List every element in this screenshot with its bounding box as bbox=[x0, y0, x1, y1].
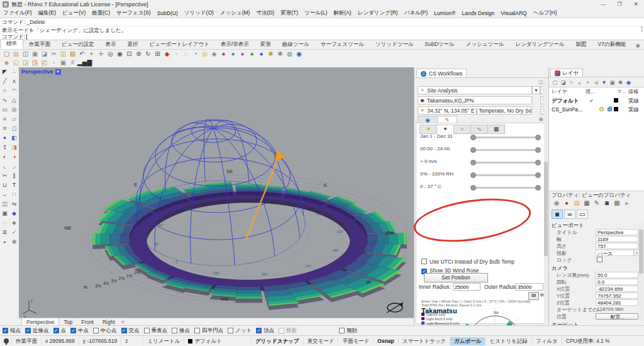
select-icon[interactable]: ◤ bbox=[0, 67, 9, 77]
save-file-icon[interactable]: ◫ bbox=[21, 50, 30, 58]
toolbar-tab[interactable]: 表示 bbox=[100, 40, 122, 49]
osnap-checkbox[interactable]: ✓ bbox=[70, 328, 76, 333]
folder-icon[interactable]: ▤ bbox=[572, 199, 582, 206]
osnap-checkbox[interactable]: ✓ bbox=[121, 328, 127, 333]
shaded-mode-icon[interactable]: ● bbox=[219, 50, 228, 58]
subtab-psychrometric[interactable]: ≈ bbox=[453, 125, 471, 134]
shade-tool-icon[interactable]: ◒ bbox=[0, 237, 9, 247]
block-icon[interactable]: ◆ bbox=[9, 209, 19, 218]
status-[interactable]: 平面モード bbox=[338, 337, 373, 345]
microphone-icon[interactable] bbox=[4, 338, 9, 343]
new-layer-icon[interactable]: ▢ bbox=[551, 79, 559, 86]
toolbar-tab[interactable]: 製図 bbox=[570, 40, 592, 49]
dimension-icon[interactable]: ↔ bbox=[0, 190, 9, 199]
texture-icon[interactable]: ▩ bbox=[612, 199, 622, 206]
collapse-icon[interactable]: ◀ bbox=[592, 79, 600, 86]
utci-checkbox[interactable] bbox=[421, 259, 427, 264]
lock-icon[interactable] bbox=[608, 108, 612, 111]
viewport-props-button[interactable]: ◙ bbox=[552, 209, 563, 219]
check-icon[interactable]: ✓ bbox=[9, 228, 19, 237]
open-file-icon[interactable]: ▤ bbox=[11, 50, 21, 58]
close-button[interactable]: ✕ bbox=[628, 0, 644, 9]
viewport-layout-icon[interactable]: ⊞ bbox=[153, 50, 162, 58]
property-value[interactable]: 79757.352 bbox=[596, 293, 638, 299]
slider-handle[interactable] bbox=[535, 147, 541, 153]
join-icon[interactable]: ⊔ bbox=[0, 181, 9, 190]
slider-handle[interactable] bbox=[535, 172, 541, 178]
xray-mode-icon[interactable]: ● bbox=[247, 50, 257, 58]
light-bulb-icon[interactable]: ◍ bbox=[200, 50, 209, 58]
property-value[interactable]: 0.0 bbox=[596, 279, 638, 285]
viewport[interactable]: NNEESESSWWNW0%1%2%3%4%5%0°30°60°90°120°1… bbox=[19, 67, 414, 318]
menu-item[interactable]: ソリッド(O) bbox=[181, 9, 217, 17]
menu-item[interactable]: 寸法(D) bbox=[253, 9, 277, 17]
viewport-canvas[interactable]: NNEESESSWWNW0%1%2%3%4%5%0°30°60°90°120°1… bbox=[19, 67, 414, 318]
control-points-icon[interactable]: ∴ bbox=[9, 67, 19, 77]
osnap-checked[interactable]: ✓中点 bbox=[70, 327, 89, 335]
zoom-extents-icon[interactable]: ⊕ bbox=[134, 50, 143, 58]
toolbar-tab[interactable]: V7の新機能 bbox=[592, 40, 632, 49]
detach-panel-icon[interactable]: ◫ bbox=[538, 79, 543, 85]
osnap-checkbox[interactable]: ✓ bbox=[25, 328, 31, 333]
property-value[interactable]: 1169 bbox=[596, 236, 638, 242]
command-scroll[interactable]: ▴▾ bbox=[641, 25, 643, 33]
scroll-right-icon[interactable]: ▸ bbox=[622, 199, 632, 206]
gumball-tool-icon[interactable]: ⊕ bbox=[9, 237, 19, 247]
panel-gear-icon[interactable]: ✱ bbox=[538, 116, 543, 123]
boolean-union-icon[interactable]: ◐ bbox=[0, 152, 9, 162]
osnap-checkbox[interactable] bbox=[279, 328, 284, 333]
cs-person-icon[interactable]: ☻ bbox=[2, 59, 11, 67]
property-value[interactable]: -82234.659 bbox=[596, 286, 638, 292]
polygon-icon[interactable]: △ bbox=[9, 96, 19, 105]
toolbar-tab[interactable]: ソリッドツール bbox=[370, 40, 419, 49]
osnap-checkbox[interactable] bbox=[228, 328, 233, 333]
status-[interactable]: フィルタ bbox=[531, 337, 562, 345]
slider-track[interactable] bbox=[472, 137, 540, 138]
status-cpu41[interactable]: CPU使用率: 4.1 % bbox=[562, 337, 614, 345]
move-icon[interactable]: ✛ bbox=[96, 50, 106, 58]
slider-handle[interactable] bbox=[535, 160, 541, 165]
toolbar-tab[interactable]: SubDツール bbox=[419, 40, 460, 49]
link-button[interactable]: ∞ bbox=[564, 209, 575, 219]
rectangle-icon[interactable]: ▭ bbox=[0, 105, 9, 114]
toolbar-tab[interactable]: 変形 bbox=[255, 40, 277, 49]
material-icon[interactable]: ● bbox=[562, 199, 572, 206]
osnap-checkbox[interactable] bbox=[93, 328, 99, 333]
raytrace-mode-icon[interactable]: ● bbox=[257, 50, 266, 58]
loft-icon[interactable]: ≋ bbox=[0, 124, 9, 133]
cs-export-icon[interactable]: ▫ bbox=[49, 59, 58, 67]
cs-wind-cube-icon[interactable]: ◲ bbox=[21, 59, 30, 67]
box-icon[interactable]: ◻ bbox=[9, 124, 19, 133]
osnap-item[interactable]: ノット bbox=[228, 327, 252, 335]
menu-item[interactable]: 編集(E) bbox=[35, 9, 59, 17]
osnap-checkbox[interactable] bbox=[194, 328, 200, 333]
object-props-icon[interactable]: ◉ bbox=[552, 199, 562, 206]
toolbar-tab[interactable]: メッシュツール bbox=[460, 40, 510, 49]
menu-item[interactable]: 変形(T) bbox=[277, 9, 301, 17]
lock-checkbox[interactable] bbox=[597, 257, 602, 262]
status-[interactable]: デフォルト bbox=[184, 337, 226, 345]
status-[interactable]: ガムボール bbox=[450, 337, 485, 345]
copy-icon[interactable]: ◫ bbox=[0, 199, 9, 209]
osnap-item[interactable]: 接点 bbox=[172, 327, 190, 335]
status-[interactable]: 直交モード bbox=[303, 337, 338, 345]
menu-item[interactable]: メッシュ(M) bbox=[217, 9, 253, 17]
menu-item[interactable]: ファイル(F) bbox=[0, 9, 35, 17]
match-layer-icon[interactable]: ▣ bbox=[608, 79, 616, 86]
climate-field[interactable]: ☀ 34.32° N, 134.05° E | Temperate, No Dr… bbox=[418, 106, 532, 114]
slider-track[interactable] bbox=[472, 187, 540, 189]
osnap-checkbox[interactable] bbox=[144, 328, 150, 333]
cs-view-cube-icon[interactable]: ◰ bbox=[40, 59, 49, 67]
undo-icon[interactable]: ↶ bbox=[77, 50, 87, 58]
page-setup-icon[interactable]: ◪ bbox=[40, 50, 49, 58]
property-value[interactable]: 50.0 bbox=[596, 272, 638, 278]
undo-view-icon[interactable]: ◆ bbox=[162, 50, 172, 58]
layer-row[interactable]: デフォルト✓実線 bbox=[549, 96, 644, 105]
osnap-item[interactable]: 四半円点 bbox=[194, 327, 223, 335]
zoom-selected-icon[interactable]: ◦ bbox=[172, 50, 181, 58]
add-viewport-tab[interactable]: + bbox=[121, 319, 125, 325]
property-value[interactable]: 48404.281 bbox=[596, 299, 638, 306]
menu-item[interactable]: パネル(P) bbox=[401, 9, 431, 17]
slider-track[interactable] bbox=[472, 162, 540, 164]
slider-handle[interactable] bbox=[470, 147, 476, 153]
